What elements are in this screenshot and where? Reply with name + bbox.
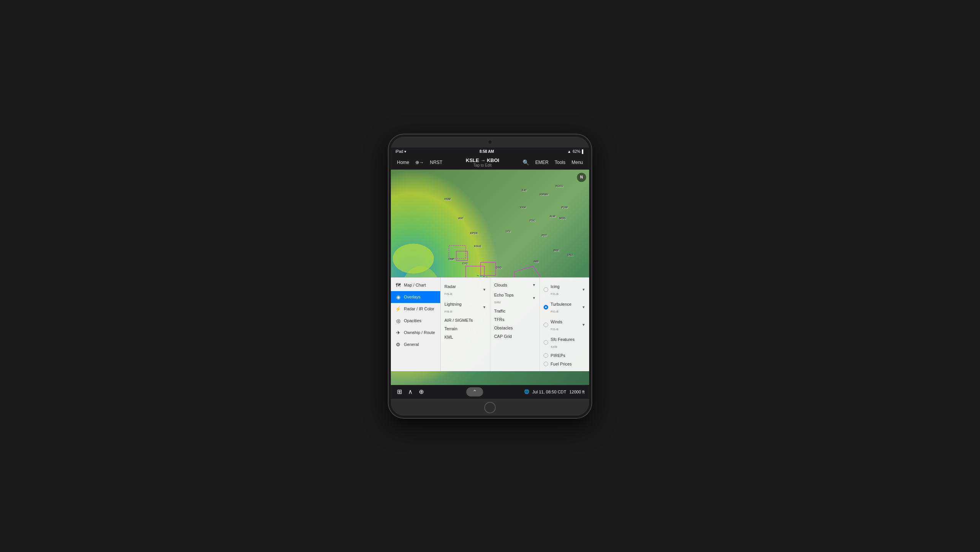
menu-item-kml[interactable]: KML <box>443 333 488 341</box>
winds-radio[interactable] <box>544 323 548 327</box>
toolbar-left: ⊞ ∧ ⊕ <box>395 387 425 397</box>
sidebar-label-opacities: Opacities <box>404 318 421 323</box>
layers-icon[interactable]: ⊞ <box>395 387 403 397</box>
label-puw: PUW <box>561 206 567 209</box>
menu-item-echo-tops[interactable]: Echo Tops SXM ▼ <box>493 289 537 307</box>
menu-item-traffic[interactable]: Traffic <box>493 307 537 315</box>
traffic-label: Traffic <box>494 309 536 313</box>
svg-point-8 <box>393 244 434 274</box>
clouds-arrow: ▼ <box>532 283 536 287</box>
menu-column-2: Clouds ▼ Echo Tops SXM ▼ Traffic <box>490 278 540 371</box>
sidebar-item-overlays[interactable]: ◉ Overlays <box>391 291 440 303</box>
sfc-features-label: Sfc Features <box>550 337 574 342</box>
map-chart-icon: 🗺 <box>395 282 402 288</box>
menu-item-radar[interactable]: Radar FIS-B ▼ <box>443 281 488 298</box>
compass-icon[interactable]: ⊕ <box>417 387 425 397</box>
menu-item-winds[interactable]: Winds FIS-B ▼ <box>542 316 587 334</box>
label-onp: ONP <box>448 258 454 260</box>
echo-tops-sub: SXM <box>494 301 501 304</box>
label-bke: BKE <box>554 249 559 252</box>
wifi-icon: ▲ <box>567 149 571 154</box>
nav-bar: Home ⊕→ NRST KSLE → KBOI Tap to Edit 🔍 E… <box>391 156 589 170</box>
menu-item-turbulence[interactable]: Turbulence FIS-B ▼ <box>542 298 587 316</box>
svg-rect-0 <box>449 245 466 258</box>
label-alw: ALW <box>549 215 555 218</box>
sidebar-item-map-chart[interactable]: 🗺 Map / Chart <box>391 279 440 291</box>
winds-label: Winds <box>550 319 562 324</box>
menu-item-lightning[interactable]: Lightning FIS-B ▼ <box>443 298 488 316</box>
nav-center: KSLE → KBOI Tap to Edit <box>446 157 520 167</box>
nav-menu[interactable]: Menu <box>568 160 586 165</box>
nav-route[interactable]: KSLE → KBOI <box>446 157 520 163</box>
datetime-label: Jul 11, 08:50 CDT <box>532 390 567 394</box>
overlays-icon: ◉ <box>395 294 402 300</box>
menu-item-pireps[interactable]: PIREPs <box>542 351 587 360</box>
svg-rect-1 <box>456 251 467 260</box>
menu-item-tfrs[interactable]: TFRs <box>493 315 537 324</box>
nav-tools[interactable]: Tools <box>552 160 568 165</box>
fuel-prices-radio[interactable] <box>544 362 548 366</box>
turbulence-sub: FIS-B <box>550 310 558 313</box>
sidebar-item-opacities[interactable]: ◎ Opacities <box>391 315 440 327</box>
turbulence-radio[interactable] <box>544 305 548 310</box>
air-sigmets-label: AIR / SIGMETs <box>444 318 486 323</box>
sfc-features-radio[interactable] <box>544 340 548 345</box>
lightning-arrow: ▼ <box>483 305 486 309</box>
status-bar: iPad ▾ 8:58 AM ▲ 62% ▌ <box>391 147 589 156</box>
device-frame: iPad ▾ 8:58 AM ▲ 62% ▌ Home ⊕→ NRST KSLE… <box>389 134 591 418</box>
compass: N <box>577 173 586 182</box>
winds-sub: FIS-B <box>550 328 558 331</box>
icing-radio[interactable] <box>544 287 548 292</box>
status-right: ▲ 62% ▌ <box>567 149 585 154</box>
sidebar-item-ownship[interactable]: ✈ Ownship / Route <box>391 327 440 339</box>
menu-item-cap-grid[interactable]: CAP Grid <box>493 332 537 341</box>
nav-tap-edit[interactable]: Tap to Edit <box>446 163 520 167</box>
sidebar-item-general[interactable]: ⚙ General <box>391 339 440 351</box>
menu-content: Radar FIS-B ▼ Lightning FIS-B ▼ <box>441 278 589 371</box>
map-area[interactable]: KGEG KMWH HOM EAT PUW MOG ALW AST KPDX L… <box>391 170 589 385</box>
label-eat: EAT <box>522 189 527 192</box>
sidebar-label-ownship: Ownship / Route <box>404 330 435 335</box>
kml-label: KML <box>444 335 486 339</box>
pireps-radio[interactable] <box>544 353 548 358</box>
home-button[interactable] <box>484 402 496 413</box>
label-imb: IMB <box>534 260 539 263</box>
route-icon[interactable]: ∧ <box>407 387 414 397</box>
menu-column-1: Radar FIS-B ▼ Lightning FIS-B ▼ <box>441 278 490 371</box>
up-arrow-button[interactable]: ⌃ <box>466 387 483 396</box>
nav-emer[interactable]: EMER <box>532 160 552 165</box>
menu-column-3: Icing FIS-B ▼ Turbulence FIS-B ▼ <box>540 278 589 371</box>
label-ksle: KSLE <box>474 245 482 247</box>
nav-direct[interactable]: ⊕→ <box>412 160 427 165</box>
menu-item-sfc-features[interactable]: Sfc Features SXM <box>542 334 587 351</box>
menu-item-icing[interactable]: Icing FIS-B ▼ <box>542 281 587 298</box>
up-arrow-icon: ⌃ <box>472 389 477 395</box>
nav-emer-icon[interactable]: 🔍 <box>519 159 532 165</box>
menu-item-terrain[interactable]: Terrain <box>443 324 488 333</box>
menu-item-fuel-prices[interactable]: Fuel Prices <box>542 360 587 368</box>
globe-icon: 🌐 <box>524 389 529 394</box>
status-time: 8:58 AM <box>479 149 494 154</box>
sidebar-label-map-chart: Map / Chart <box>404 283 426 287</box>
sidebar-item-radar-ir[interactable]: ⚡ Radar / IR Color <box>391 303 440 315</box>
echo-tops-arrow: ▼ <box>532 296 536 300</box>
label-pdt: PDT <box>542 234 547 237</box>
ownship-icon: ✈ <box>395 330 402 336</box>
turbulence-label: Turbulence <box>550 302 572 306</box>
menu-item-clouds[interactable]: Clouds ▼ <box>493 281 537 289</box>
camera-dot <box>488 141 492 144</box>
menu-overlay: 🗺 Map / Chart ◉ Overlays ⚡ Radar / IR Co… <box>391 277 589 371</box>
nav-nrst[interactable]: NRST <box>427 160 446 165</box>
screen: iPad ▾ 8:58 AM ▲ 62% ▌ Home ⊕→ NRST KSLE… <box>391 147 589 399</box>
sidebar-label-overlays: Overlays <box>404 295 420 299</box>
obstacles-label: Obstacles <box>494 326 536 330</box>
sidebar-label-radar-ir: Radar / IR Color <box>404 306 434 311</box>
nav-home[interactable]: Home <box>394 160 412 165</box>
menu-item-air-sigmets[interactable]: AIR / SIGMETs <box>443 316 488 324</box>
radar-ir-icon: ⚡ <box>395 306 402 312</box>
menu-item-obstacles[interactable]: Obstacles <box>493 324 537 332</box>
label-mog: MOG <box>559 217 566 219</box>
label-dnj: DNJ. <box>567 254 573 256</box>
svg-rect-3 <box>481 262 496 275</box>
toolbar-center: ⌃ <box>425 387 524 396</box>
